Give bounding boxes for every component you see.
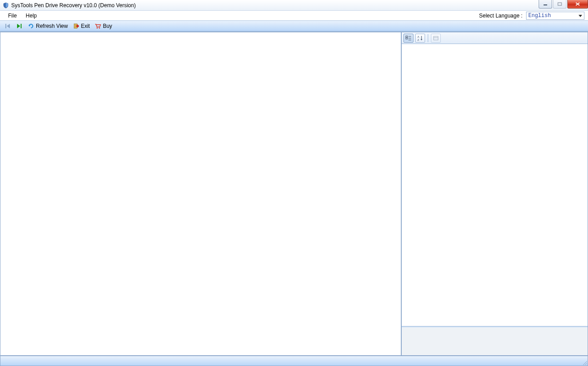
skip-back-icon xyxy=(4,22,11,30)
exit-icon xyxy=(72,22,79,30)
menu-help[interactable]: Help xyxy=(21,12,41,20)
nav-forward-button[interactable] xyxy=(14,22,24,30)
window-title: SysTools Pen Drive Recovery v10.0 (Demo … xyxy=(11,2,136,9)
svg-text:A: A xyxy=(417,35,419,38)
exit-button[interactable]: Exit xyxy=(71,22,91,30)
pages-icon xyxy=(433,35,439,41)
categorized-view-button[interactable] xyxy=(404,34,413,43)
titlebar: SysTools Pen Drive Recovery v10.0 (Demo … xyxy=(0,0,588,11)
skip-forward-icon xyxy=(16,22,23,30)
right-pane: A Z xyxy=(401,32,588,356)
properties-description xyxy=(402,326,588,355)
left-pane xyxy=(0,32,401,356)
svg-rect-8 xyxy=(406,38,408,39)
app-icon xyxy=(2,2,9,9)
statusbar xyxy=(0,356,588,366)
menu-file[interactable]: File xyxy=(4,12,21,20)
svg-point-6 xyxy=(99,27,100,28)
property-pages-button xyxy=(431,34,441,43)
categorized-icon xyxy=(405,35,412,41)
buy-button[interactable]: Buy xyxy=(93,22,114,30)
sort-az-icon: A Z xyxy=(417,35,423,41)
svg-rect-15 xyxy=(434,36,438,40)
language-label: Select Language : xyxy=(479,13,522,19)
svg-rect-0 xyxy=(544,4,547,5)
nav-back-button[interactable] xyxy=(3,22,13,30)
refresh-icon xyxy=(27,22,35,30)
svg-rect-7 xyxy=(406,36,408,37)
buy-label: Buy xyxy=(103,23,112,29)
svg-rect-3 xyxy=(21,24,22,28)
toolbar-separator xyxy=(428,34,428,42)
svg-rect-2 xyxy=(5,24,6,28)
main-area: A Z xyxy=(0,31,588,356)
alphabetical-view-button[interactable]: A Z xyxy=(415,34,425,43)
maximize-button[interactable] xyxy=(553,0,566,9)
properties-toolbar: A Z xyxy=(402,32,588,44)
minimize-button[interactable] xyxy=(539,0,552,9)
language-select[interactable]: English xyxy=(526,12,584,20)
toolbar: Refresh View Exit Buy xyxy=(0,21,588,31)
svg-point-5 xyxy=(97,27,97,28)
menubar: File Help Select Language : English xyxy=(0,11,588,21)
close-button[interactable] xyxy=(567,0,588,9)
language-value: English xyxy=(528,13,551,19)
cart-icon xyxy=(94,22,101,30)
refresh-button[interactable]: Refresh View xyxy=(26,22,69,30)
svg-text:Z: Z xyxy=(417,39,419,41)
refresh-label: Refresh View xyxy=(36,23,68,29)
properties-body xyxy=(402,44,588,326)
svg-rect-1 xyxy=(558,3,562,5)
window-controls xyxy=(539,0,588,9)
exit-label: Exit xyxy=(81,23,90,29)
